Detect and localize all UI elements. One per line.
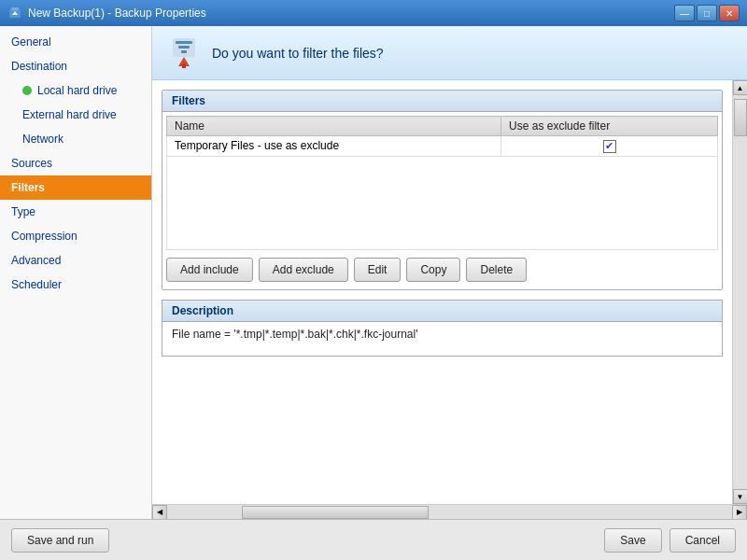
sidebar-item-advanced[interactable]: Advanced [0,248,151,273]
panel-header: Do you want to filter the files? [152,26,747,80]
sidebar-label-network: Network [22,133,63,146]
sidebar-label-type: Type [11,205,35,218]
sidebar-label-advanced: Advanced [11,254,61,267]
filters-table: Name Use as exclude filter Temporary Fil… [166,116,718,250]
svg-rect-5 [178,46,190,49]
sidebar-label-local-hard-drive: Local hard drive [37,84,117,97]
title-bar: New Backup(1) - Backup Properties — □ ✕ [0,0,747,26]
delete-button[interactable]: Delete [466,258,527,282]
col-exclude-header: Use as exclude filter [501,117,718,136]
title-bar-left: New Backup(1) - Backup Properties [7,6,206,21]
window-title: New Backup(1) - Backup Properties [28,7,206,20]
filter-icon [167,36,201,70]
cancel-button[interactable]: Cancel [669,528,736,553]
sidebar-label-scheduler: Scheduler [11,278,62,291]
h-scroll-track [167,505,732,519]
description-section-header: Description [162,301,722,322]
description-text: File name = '*.tmp|*.temp|*.bak|*.chk|*.… [172,328,418,341]
h-scroll-thumb[interactable] [242,506,429,519]
horizontal-scrollbar[interactable]: ◀ ▶ [152,504,747,519]
svg-rect-8 [182,64,186,68]
scrollable-area: Filters Name Use as exclude filter [152,80,747,504]
sidebar-item-destination[interactable]: Destination [0,54,151,78]
exclude-checkbox[interactable]: ✔ [603,140,616,153]
sidebar-item-compression[interactable]: Compression [0,224,151,248]
filter-buttons-row: Add include Add exclude Edit Copy Delete [166,250,718,286]
sidebar-item-general[interactable]: General [0,30,151,54]
bottom-left-buttons: Save and run [11,528,109,553]
filters-section-header: Filters [162,91,722,112]
filter-exclude-cell: ✔ [501,136,718,157]
scroll-thumb[interactable] [734,99,747,136]
sidebar-item-scheduler[interactable]: Scheduler [0,273,151,297]
svg-rect-6 [181,50,187,53]
description-body: File name = '*.tmp|*.temp|*.bak|*.chk|*.… [162,322,722,356]
svg-rect-4 [176,41,192,44]
sidebar-label-filters: Filters [11,181,45,194]
sidebar-label-sources: Sources [11,157,52,170]
close-button[interactable]: ✕ [719,5,740,21]
content-area: General Destination Local hard drive Ext… [0,26,747,519]
filters-section-body: Name Use as exclude filter Temporary Fil… [162,112,722,289]
scroll-content: Filters Name Use as exclude filter [152,80,732,504]
scroll-up-button[interactable]: ▲ [733,80,748,95]
filters-section: Filters Name Use as exclude filter [162,90,723,290]
filter-name-cell: Temporary Files - use as exclude [167,136,501,157]
window-icon [7,6,22,21]
save-button[interactable]: Save [604,528,661,553]
bottom-bar: Save and run Save Cancel [0,519,747,560]
sidebar-label-compression: Compression [11,230,78,243]
copy-button[interactable]: Copy [406,258,460,282]
svg-rect-1 [11,7,19,10]
sidebar-label-external-hard-drive: External hard drive [22,108,117,121]
add-include-button[interactable]: Add include [166,258,253,282]
empty-row [167,156,718,249]
minimize-button[interactable]: — [674,5,695,21]
maximize-button[interactable]: □ [697,5,717,21]
table-row: Temporary Files - use as exclude ✔ [167,136,718,157]
title-bar-controls: — □ ✕ [674,5,740,21]
main-panel: Do you want to filter the files? Filters [152,26,747,519]
sidebar-label-general: General [11,35,51,49]
h-scroll-right-button[interactable]: ▶ [732,505,747,520]
sidebar-item-filters[interactable]: Filters [0,175,151,200]
description-section: Description File name = '*.tmp|*.temp|*.… [162,300,723,357]
green-dot-icon [22,86,32,95]
sidebar-label-destination: Destination [11,60,67,73]
sidebar-item-external-hard-drive[interactable]: External hard drive [0,103,151,127]
sidebar: General Destination Local hard drive Ext… [0,26,152,519]
main-window: General Destination Local hard drive Ext… [0,26,747,560]
scroll-thumb-area [733,95,747,489]
col-name-header: Name [167,117,501,136]
sidebar-item-local-hard-drive[interactable]: Local hard drive [0,78,151,103]
h-scroll-left-button[interactable]: ◀ [152,505,167,520]
vertical-scrollbar[interactable]: ▲ ▼ [732,80,747,504]
sidebar-item-network[interactable]: Network [0,127,151,151]
save-and-run-button[interactable]: Save and run [11,528,109,553]
sidebar-item-sources[interactable]: Sources [0,151,151,175]
bottom-right-buttons: Save Cancel [604,528,736,553]
sidebar-item-type[interactable]: Type [0,200,151,224]
add-exclude-button[interactable]: Add exclude [259,258,348,282]
edit-button[interactable]: Edit [354,258,402,282]
scroll-down-button[interactable]: ▼ [733,489,748,504]
panel-header-title: Do you want to filter the files? [212,46,384,61]
